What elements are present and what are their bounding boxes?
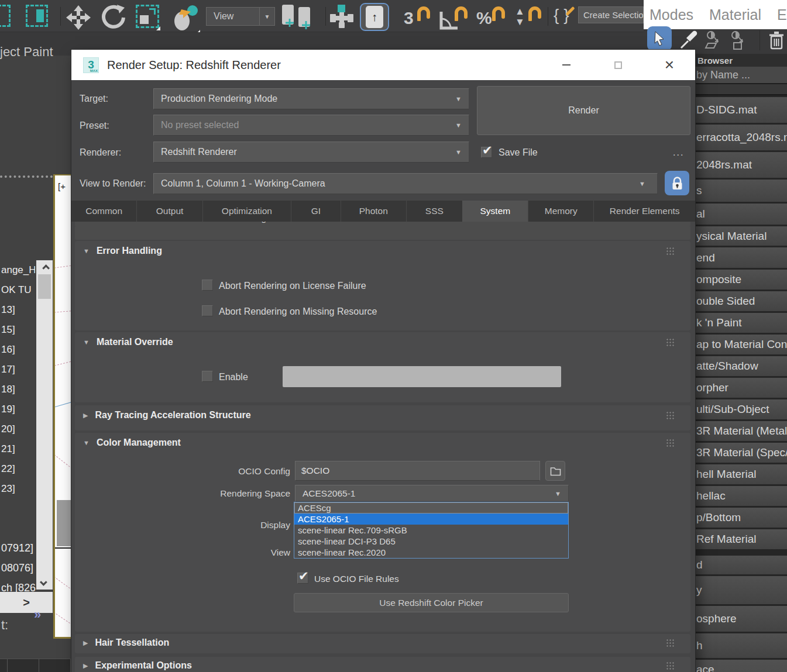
spinner-snap-icon[interactable]: ▲ ▼ [513, 5, 545, 32]
browser-list-item[interactable]: s [695, 180, 787, 202]
pivot-point-icon[interactable] [329, 5, 355, 30]
expand-arrow-icon[interactable]: ▶ [83, 662, 88, 670]
left-list-item[interactable]: 21] [1, 439, 35, 459]
ocio-browse-button[interactable] [545, 461, 565, 481]
left-list-item[interactable]: 16] [1, 340, 35, 360]
view-to-render-dropdown[interactable]: Column 1, Column 1 - Working-Camera ▼ [153, 173, 658, 194]
browser-list-item[interactable]: k 'n Paint [695, 313, 787, 333]
scrollbar-thumb[interactable] [38, 274, 51, 299]
left-list-item[interactable]: 22] [1, 459, 35, 479]
section-header[interactable]: ▶ Hair Tessellation [75, 634, 690, 648]
select-place-tool-icon[interactable] [171, 5, 199, 32]
dropdown-option[interactable]: scene-linear Rec.709-sRGB [294, 525, 568, 536]
rotate-tool-icon[interactable] [101, 5, 126, 33]
viewport[interactable]: [+ [53, 174, 71, 639]
dialog-tab[interactable]: Photon [341, 201, 406, 222]
redshift-color-picker-button[interactable]: Use Redshift Color Picker [294, 593, 569, 612]
left-list-item[interactable]: 18] [1, 380, 35, 399]
section-grip-icon[interactable] [666, 338, 675, 347]
dialog-titlebar[interactable]: 3MAX Render Setup: Redshift Renderer × [71, 50, 695, 80]
rendering-space-dropdown[interactable]: ACES2065-1 ▼ [295, 485, 569, 502]
reference-coordinate-dropdown[interactable]: View ▼ [206, 7, 275, 26]
select-tool-button[interactable] [647, 26, 672, 51]
left-list-item[interactable]: 23] [1, 479, 35, 499]
collapse-arrow-icon[interactable]: ▼ [83, 247, 90, 254]
collapse-arrow-icon[interactable]: ▼ [83, 439, 90, 446]
browser-list-item[interactable]: p/Bottom [695, 508, 787, 528]
browser-list-item[interactable]: D-SIDG.mat [695, 97, 787, 123]
create-selection-button[interactable]: Create Selectio [578, 6, 644, 23]
delete-icon[interactable] [769, 30, 784, 53]
ocio-config-input[interactable]: $OCIO [295, 461, 540, 481]
left-list-item[interactable]: 08076] [1, 558, 53, 578]
browser-list-item[interactable]: Ref Material [695, 529, 787, 549]
renderer-dropdown[interactable]: Redshift Renderer ▼ [153, 142, 469, 163]
maximize-button[interactable] [600, 50, 635, 80]
material-override-slot-button[interactable] [283, 366, 561, 387]
left-list-item[interactable]: 17] [1, 360, 35, 380]
section-header[interactable]: ▼ Material Override [75, 332, 690, 347]
abort-missing-resource-checkbox[interactable] [202, 305, 213, 316]
angle-snap-icon[interactable] [438, 5, 470, 32]
browser-list-item[interactable]: omposite [695, 270, 787, 290]
left-list-item[interactable]: OK TU [1, 280, 35, 300]
section-header[interactable]: ▶ Experimental Options [75, 657, 690, 671]
expand-panel-button[interactable]: > [0, 592, 53, 613]
select-region-lasso-icon[interactable] [26, 5, 48, 27]
section-header[interactable]: ▼ Color Management [75, 433, 690, 448]
browser-list-item[interactable]: ace [695, 660, 787, 672]
scale-tool-icon[interactable] [136, 5, 159, 28]
ocio-file-rules-checkbox[interactable] [297, 573, 308, 584]
dropdown-option[interactable]: ACES2065-1 [294, 514, 568, 525]
browser-list-item[interactable]: d [695, 556, 787, 574]
browser-list-item[interactable]: atte/Shadow [695, 356, 787, 376]
dialog-tab[interactable]: Optimization [202, 201, 291, 222]
browser-list-item[interactable]: ulti/Sub-Object [695, 399, 787, 419]
track-bar[interactable] [0, 659, 71, 672]
left-list-item[interactable]: ange_H [1, 260, 35, 280]
expand-arrow-icon[interactable]: ▶ [83, 412, 88, 419]
dialog-tab[interactable]: GI [291, 201, 341, 222]
material-editor-menu-item[interactable]: Material [709, 6, 761, 23]
left-list-item[interactable]: 07912] [1, 538, 53, 558]
search-by-name-input[interactable]: by Name ... [695, 67, 787, 84]
save-file-browse-button[interactable]: ... [673, 147, 684, 158]
percent-snap-icon[interactable]: % [475, 5, 508, 32]
use-pivot-point-button[interactable]: ↑ [360, 3, 389, 31]
save-file-checkbox[interactable] [481, 147, 492, 158]
use-center-icon[interactable] [282, 5, 316, 32]
section-header[interactable]: ▶ Ray Tracing Acceleration Structure [75, 405, 690, 421]
left-list-item[interactable]: 19] [1, 399, 35, 419]
section-grip-icon[interactable] [666, 439, 675, 447]
section-grip-icon[interactable] [666, 411, 675, 420]
double-chevron-icon[interactable]: » [34, 607, 41, 622]
material-editor-menu-item[interactable]: Modes [649, 6, 693, 23]
left-list-item[interactable]: 20] [1, 419, 35, 439]
browser-list-item[interactable]: h [695, 633, 787, 658]
dropdown-option[interactable]: scene-linear DCI-P3 D65 [294, 536, 568, 547]
viewport-menu-label[interactable]: [+ [58, 181, 66, 191]
left-list-item[interactable]: 13] [1, 300, 35, 320]
named-selection-sets-icon[interactable]: { } [554, 5, 579, 32]
browser-list-item[interactable]: 2048rs.mat [695, 152, 787, 178]
left-list-item[interactable]: 15] [1, 320, 35, 340]
assign-material-to-selection-icon[interactable] [704, 30, 724, 53]
minimize-button[interactable] [549, 50, 584, 80]
dialog-tab[interactable]: SSS [406, 201, 462, 222]
dropdown-option[interactable]: scene-linear Rec.2020 [294, 547, 568, 558]
browser-list-item[interactable]: hellac [695, 486, 787, 506]
browser-list-item[interactable]: ouble Sided [695, 291, 787, 311]
collapse-arrow-icon[interactable]: ▼ [83, 339, 90, 346]
material-editor-menu-item[interactable]: Edit [777, 6, 787, 23]
dialog-tab[interactable]: Common [71, 201, 136, 222]
browser-list-item[interactable]: ap to Material Convers [695, 335, 787, 354]
assign-material-to-object-icon[interactable] [729, 30, 749, 53]
expand-arrow-icon[interactable]: ▶ [83, 639, 88, 647]
lock-view-button[interactable] [665, 171, 689, 195]
dialog-tab[interactable]: System [462, 201, 528, 222]
browser-list-item[interactable]: hell Material [695, 464, 787, 484]
browser-list-item[interactable]: osphere [695, 606, 787, 632]
browser-list-item[interactable]: 3R Material (Spec/Glos [695, 443, 787, 463]
browser-list-item[interactable]: erracotta_2048rs.mat [695, 125, 787, 150]
close-button[interactable]: × [652, 50, 687, 80]
